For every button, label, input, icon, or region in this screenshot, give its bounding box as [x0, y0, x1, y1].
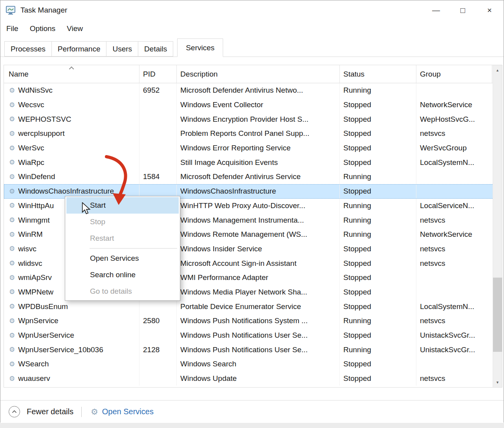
service-description: Windows Insider Service [177, 242, 340, 256]
service-group: UnistackSvcGr... [416, 342, 492, 357]
service-status: Stopped [340, 155, 416, 170]
service-name: WPDBusEnum [18, 302, 68, 311]
service-group: LocalSystemN... [416, 155, 492, 170]
chevron-up-icon[interactable] [9, 406, 20, 417]
service-row[interactable]: ⚙WEPHOSTSVCWindows Encryption Provider H… [4, 112, 502, 126]
footer-bar: Fewer details ⚙ Open Services [0, 400, 504, 423]
service-pid: 2128 [139, 342, 177, 357]
menu-file[interactable]: File [6, 24, 18, 33]
service-gear-icon: ⚙ [9, 360, 15, 368]
service-name: WerSvc [18, 144, 44, 152]
service-row[interactable]: ⚙WinDefend1584Microsoft Defender Antivir… [4, 170, 502, 184]
column-header-pid[interactable]: PID [139, 65, 177, 83]
service-group: WerSvcGroup [416, 141, 492, 155]
menu-options[interactable]: Options [30, 24, 55, 33]
context-menu-item-open-services[interactable]: Open Services [66, 250, 179, 267]
scroll-up-icon[interactable]: ▲ [493, 65, 502, 75]
service-pid [139, 126, 177, 141]
context-menu-item-search-online[interactable]: Search online [66, 267, 179, 283]
service-description: Windows Encryption Provider Host S... [177, 112, 340, 126]
service-row[interactable]: ⚙WdNisSvc6952Microsoft Defender Antiviru… [4, 83, 502, 98]
service-name: WiaRpc [18, 158, 44, 167]
service-name-cell: ⚙WpnUserService_10b036 [4, 342, 139, 357]
service-name: WinRM [18, 230, 42, 239]
menu-view[interactable]: View [67, 24, 83, 33]
context-menu-item-go-to-details: Go to details [66, 283, 179, 300]
service-name: WindowsChaosInfrastructure [18, 187, 114, 196]
gear-icon: ⚙ [91, 407, 98, 417]
service-group: LocalServiceN... [416, 199, 492, 213]
close-button[interactable]: × [476, 0, 503, 20]
service-row[interactable]: ⚙WiaRpcStill Image Acquisition EventsSto… [4, 155, 502, 170]
minimize-button[interactable]: — [423, 0, 449, 20]
service-row[interactable]: ⚙WPDBusEnumPortable Device Enumerator Se… [4, 299, 502, 314]
service-pid [139, 357, 177, 371]
service-gear-icon: ⚙ [9, 158, 15, 166]
context-menu-item-restart: Restart [66, 230, 179, 247]
service-group: netsvcs [416, 256, 492, 271]
service-row[interactable]: ⚙wercplsupportProblem Reports Control Pa… [4, 126, 502, 141]
service-name: wmiApSrv [18, 273, 52, 282]
service-description: Windows Event Collector [177, 98, 340, 112]
service-group [416, 170, 492, 184]
service-status: Stopped [340, 328, 416, 343]
column-header-label: PID [143, 70, 156, 79]
service-name: WEPHOSTSVC [18, 115, 71, 124]
column-header-group[interactable]: Group [416, 65, 492, 83]
service-status: Stopped [340, 271, 416, 285]
maximize-button[interactable]: □ [449, 0, 476, 20]
tab-users[interactable]: Users [106, 41, 138, 57]
service-pid: 1584 [139, 170, 177, 184]
service-name-cell: ⚙wuauserv [4, 371, 139, 386]
service-status: Running [340, 213, 416, 227]
service-row[interactable]: ⚙WpnUserServiceWindows Push Notification… [4, 328, 502, 343]
service-gear-icon: ⚙ [9, 317, 15, 325]
vertical-scrollbar[interactable]: ▲ ▼ [493, 65, 502, 387]
service-row[interactable]: ⚙wuauservWindows UpdateStoppednetsvcs [4, 371, 502, 386]
service-pid [139, 112, 177, 126]
service-name: wlidsvc [18, 259, 42, 268]
open-services-link[interactable]: ⚙ Open Services [90, 407, 154, 417]
tab-processes[interactable]: Processes [4, 41, 52, 57]
service-row[interactable]: ⚙WecsvcWindows Event CollectorStoppedNet… [4, 98, 502, 112]
tab-performance[interactable]: Performance [51, 41, 107, 57]
tab-details[interactable]: Details [138, 41, 173, 57]
column-header-name[interactable]: Name [4, 65, 139, 83]
service-status: Stopped [340, 98, 416, 112]
service-description: Microsoft Defender Antivirus Service [177, 170, 340, 184]
service-group [416, 271, 492, 285]
service-pid [139, 299, 177, 314]
service-row[interactable]: ⚙WSearchWindows SearchStopped [4, 357, 502, 371]
service-group: WepHostSvcG... [416, 112, 492, 126]
service-name-cell: ⚙WSearch [4, 357, 139, 371]
column-header-label: Group [420, 70, 441, 79]
column-header-description[interactable]: Description [177, 65, 340, 83]
context-menu: StartStopRestartOpen ServicesSearch onli… [65, 196, 180, 301]
service-name-cell: ⚙WerSvc [4, 141, 139, 155]
service-row[interactable]: ⚙WpnUserService_10b0362128Windows Push N… [4, 342, 502, 357]
context-menu-item-start[interactable]: Start [66, 197, 179, 214]
service-pid [139, 328, 177, 343]
service-name-cell: ⚙WinDefend [4, 170, 139, 184]
service-status: Stopped [340, 242, 416, 256]
service-description: Windows Error Reporting Service [177, 141, 340, 155]
service-group: netsvcs [416, 371, 492, 386]
scrollbar-thumb[interactable] [493, 278, 502, 352]
service-group [416, 184, 492, 199]
service-status: Stopped [340, 285, 416, 300]
service-gear-icon: ⚙ [9, 101, 15, 109]
service-name: WinHttpAu [18, 201, 54, 210]
fewer-details-label: Fewer details [27, 407, 73, 416]
service-name-cell: ⚙WpnService [4, 314, 139, 328]
task-manager-icon [6, 6, 15, 15]
column-header-status[interactable]: Status [340, 65, 416, 83]
scroll-down-icon[interactable]: ▼ [493, 377, 502, 387]
fewer-details-toggle[interactable]: Fewer details [9, 406, 73, 417]
tab-services[interactable]: Services [177, 38, 223, 57]
service-description: Windows Management Instrumenta... [177, 213, 340, 227]
tab-strip: ProcessesPerformanceUsersDetailsServices [0, 37, 504, 57]
service-name: Winmgmt [18, 216, 49, 225]
service-row[interactable]: ⚙WpnService2580Windows Push Notification… [4, 314, 502, 328]
service-description: WindowsChaosInfrastructure [177, 184, 340, 199]
service-row[interactable]: ⚙WerSvcWindows Error Reporting ServiceSt… [4, 141, 502, 155]
